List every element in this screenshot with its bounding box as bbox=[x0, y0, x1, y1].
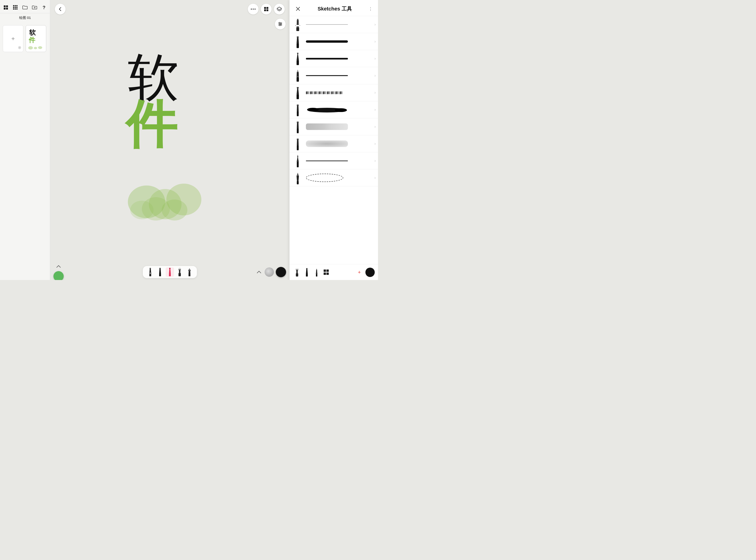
grid-icon[interactable] bbox=[3, 4, 9, 11]
svg-rect-115 bbox=[324, 269, 326, 272]
svg-rect-53 bbox=[188, 270, 191, 271]
adjust-button[interactable] bbox=[275, 19, 285, 29]
preview-blobs bbox=[28, 46, 42, 49]
panel-brush-2[interactable] bbox=[303, 268, 311, 277]
chevron-up-button[interactable] bbox=[55, 263, 62, 270]
brush-item-5[interactable]: ▓▒░▓▒░▓▒░▓▒░▓▒░▓▒░▓▒░▓▒░▓▒ › bbox=[290, 84, 378, 101]
brush-icon-10 bbox=[293, 171, 303, 185]
svg-point-26 bbox=[279, 25, 280, 26]
svg-rect-12 bbox=[16, 8, 18, 9]
active-color-dot[interactable] bbox=[54, 271, 64, 280]
panel-title: Sketches 工具 bbox=[318, 5, 352, 12]
svg-rect-104 bbox=[296, 269, 298, 271]
brush-item-6[interactable]: › bbox=[290, 101, 378, 118]
panel-brush-1[interactable] bbox=[293, 268, 301, 277]
svg-rect-44 bbox=[179, 270, 180, 274]
svg-point-107 bbox=[298, 269, 298, 269]
brush-item-2[interactable]: › bbox=[290, 33, 378, 50]
svg-marker-54 bbox=[189, 268, 190, 270]
grid-small-icon[interactable] bbox=[12, 4, 19, 11]
bottom-toolbar bbox=[50, 264, 289, 280]
brush-tool-2[interactable] bbox=[156, 267, 164, 277]
brush-stroke-8 bbox=[306, 140, 371, 147]
svg-point-62 bbox=[296, 23, 296, 24]
svg-rect-103 bbox=[296, 270, 298, 274]
brush-icon-3 bbox=[293, 52, 303, 65]
brush-tool-3[interactable] bbox=[166, 267, 174, 277]
right-chevron-up-button[interactable] bbox=[255, 268, 263, 276]
svg-marker-38 bbox=[159, 268, 161, 274]
more-button[interactable] bbox=[248, 4, 259, 15]
brush-icon-5 bbox=[293, 86, 303, 100]
brush-tool-4[interactable] bbox=[176, 267, 184, 277]
brush-chevron-10: › bbox=[375, 176, 376, 180]
panel-close-button[interactable] bbox=[294, 5, 302, 13]
svg-rect-33 bbox=[149, 274, 151, 276]
svg-marker-97 bbox=[297, 155, 298, 157]
svg-rect-36 bbox=[149, 273, 152, 274]
svg-rect-68 bbox=[297, 19, 298, 20]
folder-icon[interactable] bbox=[22, 4, 28, 11]
brush-item-8[interactable]: › bbox=[290, 135, 378, 152]
canvas-right-bar bbox=[275, 19, 285, 29]
svg-rect-18 bbox=[266, 7, 268, 9]
canvas-preview-item[interactable]: 软 件 bbox=[26, 25, 46, 52]
topbar-left bbox=[55, 4, 65, 15]
panel-more-button[interactable]: ⋮ bbox=[368, 6, 373, 12]
help-icon[interactable]: ? bbox=[41, 4, 47, 11]
add-brush-button[interactable]: + bbox=[356, 268, 363, 276]
svg-rect-40 bbox=[169, 274, 171, 276]
svg-point-48 bbox=[180, 268, 181, 269]
panel-brush-4[interactable] bbox=[322, 268, 331, 277]
folder-move-icon[interactable] bbox=[31, 4, 38, 11]
svg-rect-51 bbox=[188, 274, 191, 276]
brush-tool-1[interactable] bbox=[146, 267, 155, 277]
layers-button[interactable] bbox=[274, 4, 285, 15]
sidebar: ? 绘图 01 + 软 件 bbox=[0, 0, 50, 280]
brush-tool-group bbox=[143, 266, 197, 278]
brush-chevron-2: › bbox=[375, 39, 376, 44]
svg-marker-70 bbox=[297, 37, 299, 43]
black-color-dot[interactable] bbox=[276, 267, 286, 277]
panel-color-dot[interactable] bbox=[365, 268, 375, 277]
canvas-drawing[interactable]: 软 件 bbox=[50, 12, 289, 266]
canvas-topbar bbox=[50, 0, 289, 17]
panel-brush-3[interactable] bbox=[313, 268, 321, 277]
svg-point-64 bbox=[299, 23, 300, 24]
svg-rect-110 bbox=[306, 268, 307, 269]
svg-point-105 bbox=[296, 269, 296, 269]
brush-item-4[interactable]: › bbox=[290, 67, 378, 84]
brush-item-1[interactable]: › bbox=[290, 16, 378, 33]
svg-rect-81 bbox=[297, 87, 299, 88]
brush-item-10[interactable]: › bbox=[290, 169, 378, 186]
brush-chevron-9: › bbox=[375, 159, 376, 163]
brush-item-3[interactable]: › bbox=[290, 50, 378, 67]
brush-chevron-4: › bbox=[375, 74, 376, 78]
svg-marker-109 bbox=[306, 268, 308, 274]
back-button[interactable] bbox=[55, 4, 65, 15]
brush-item-7[interactable]: › bbox=[290, 118, 378, 135]
panel-brush-tools bbox=[293, 268, 331, 277]
svg-rect-43 bbox=[179, 273, 181, 276]
new-canvas-button[interactable]: + bbox=[3, 25, 23, 52]
brush-chevron-6: › bbox=[375, 107, 376, 112]
svg-text:▓▒░▓▒░▓▒░▓▒░▓▒░▓▒░▓▒░▓▒░▓▒: ▓▒░▓▒░▓▒░▓▒░▓▒░▓▒░▓▒░▓▒░▓▒ bbox=[306, 91, 343, 94]
svg-rect-75 bbox=[297, 78, 299, 82]
grid-view-button[interactable] bbox=[261, 4, 272, 15]
gray-color-dot[interactable] bbox=[264, 267, 274, 277]
svg-rect-116 bbox=[326, 269, 329, 272]
brush-icon-6 bbox=[293, 103, 303, 117]
brush-item-9[interactable]: › bbox=[290, 152, 378, 169]
svg-point-15 bbox=[253, 8, 254, 9]
brush-stroke-10 bbox=[306, 174, 371, 182]
brush-tool-5[interactable] bbox=[185, 267, 194, 277]
svg-point-106 bbox=[297, 268, 297, 269]
svg-rect-10 bbox=[13, 8, 14, 9]
sidebar-toolbar: ? bbox=[0, 0, 50, 13]
svg-rect-85 bbox=[297, 104, 299, 106]
svg-marker-90 bbox=[297, 122, 299, 128]
brush-icon-1 bbox=[293, 18, 303, 32]
svg-rect-7 bbox=[13, 7, 14, 8]
svg-point-61 bbox=[300, 25, 300, 26]
svg-marker-80 bbox=[297, 88, 299, 95]
